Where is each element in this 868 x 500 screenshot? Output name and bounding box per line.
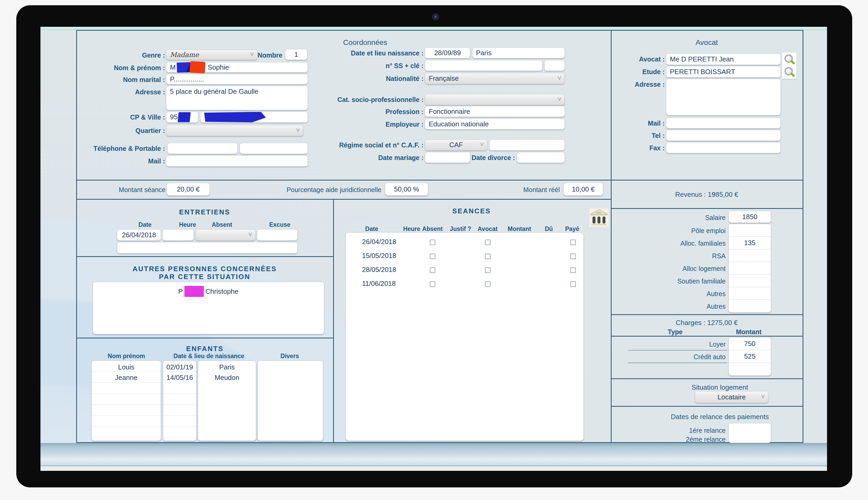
entretien-excuse-input[interactable] <box>257 229 298 241</box>
avocat-tel-input[interactable] <box>666 130 781 141</box>
entretiens-title: ENTRETIENS <box>152 207 257 216</box>
divider <box>802 30 803 443</box>
enfants-divers-list[interactable] <box>258 361 323 441</box>
date-divorce-input[interactable] <box>517 152 565 163</box>
charge-montant-input[interactable] <box>729 363 771 375</box>
enfants-date-list[interactable] <box>163 361 196 441</box>
search-icon[interactable] <box>782 53 796 66</box>
revenus-inputs-stack[interactable]: 135 <box>729 224 771 312</box>
search-icon[interactable] <box>782 65 796 79</box>
revenu-salaire-input[interactable]: 1850 <box>729 211 771 223</box>
entretiens-col-date: Date <box>127 221 163 229</box>
ss-input[interactable] <box>425 60 542 71</box>
avocat-adresse-input[interactable] <box>666 79 781 115</box>
revenu-autres-input[interactable] <box>729 287 771 300</box>
cat-socio-select[interactable]: ˅ <box>425 94 565 105</box>
avocat-fax-input[interactable] <box>666 142 781 153</box>
profession-input[interactable]: Fonctionnaire <box>425 106 565 117</box>
mail-input[interactable] <box>166 155 308 167</box>
nom-prenom-input[interactable]: M Sophie <box>166 62 308 72</box>
portable-input[interactable] <box>240 143 308 154</box>
nombre-input[interactable]: 1 <box>285 49 307 60</box>
enfants-nom-list[interactable] <box>91 361 161 441</box>
charges-montant-stack[interactable]: 750 525 <box>729 337 771 376</box>
revenu-alloc-familiales-input[interactable]: 135 <box>729 237 771 249</box>
enfants-lieu-list[interactable] <box>198 361 256 441</box>
autres-personnes-title-1: AUTRES PERSONNES CONCERNÉES <box>113 264 297 273</box>
checkbox-paye[interactable] <box>570 281 576 287</box>
montant-reel-label: Montant réél <box>512 184 560 195</box>
montant-seance-input[interactable]: 20,00 € <box>167 183 210 196</box>
seances-table[interactable] <box>345 232 584 441</box>
regime-select[interactable]: CAF ˅ <box>425 139 487 150</box>
seances-col-date: Date <box>353 225 390 233</box>
avocat-value: Me D PERETTI Jean <box>670 55 734 63</box>
adresse-input[interactable]: 5 place du général De Gaulle <box>166 86 308 110</box>
ville-input[interactable] <box>200 111 308 123</box>
date-mariage-input[interactable] <box>425 152 470 163</box>
caf-number-input[interactable] <box>489 139 565 150</box>
revenu-alloc-logement-input[interactable] <box>729 262 771 275</box>
entretien-heure-input[interactable] <box>162 229 194 241</box>
coordonnees-title: Coordonnées <box>326 38 404 47</box>
employeur-input[interactable]: Education nationale <box>425 118 565 129</box>
checkbox-avocat[interactable] <box>485 281 491 287</box>
charge-montant-input[interactable]: 525 <box>729 350 771 363</box>
revenu-pole-emploi-input[interactable] <box>729 224 771 237</box>
checkbox-absent[interactable] <box>430 240 435 245</box>
regime-value: CAF <box>449 141 463 149</box>
revenu-label: Pôle emploi <box>644 225 726 236</box>
checkbox-avocat[interactable] <box>485 253 491 259</box>
revenu-soutien-familiale-input[interactable] <box>729 275 771 287</box>
checkbox-avocat[interactable] <box>485 268 491 273</box>
checkbox-absent[interactable] <box>430 281 435 287</box>
revenu-autres-input[interactable] <box>729 300 771 312</box>
avocat-adresse-label: Adresse : <box>617 79 665 90</box>
revenu-label: RSA <box>644 251 726 261</box>
charge-type: Crédit auto <box>628 352 726 362</box>
montant-reel-value: 10,00 € <box>572 185 595 193</box>
genre-value: Madame <box>170 51 199 59</box>
chevron-down-icon: ˅ <box>296 127 300 134</box>
charge-type-field[interactable] <box>628 363 727 363</box>
enfants-title: ENFANTS <box>139 344 271 353</box>
checkbox-paye[interactable] <box>570 268 576 273</box>
montant-seance-label: Montant séance <box>105 184 165 195</box>
checkbox-avocat[interactable] <box>485 240 491 245</box>
relance-date-input[interactable] <box>729 423 771 443</box>
checkbox-absent[interactable] <box>430 253 435 259</box>
avocat-mail-input[interactable] <box>666 117 781 128</box>
cp-input[interactable]: 95 <box>166 111 198 123</box>
entretien-absent-select[interactable]: ˅ <box>195 229 255 241</box>
lieu-naissance-input[interactable]: Paris <box>472 47 565 58</box>
avocat-input[interactable]: Me D PERETTI Jean <box>666 53 781 65</box>
enfants-col-naissance: Date & lieu de naissance <box>163 352 255 360</box>
entretien-note-input[interactable] <box>117 242 298 253</box>
nom-prenom-label: Nom & prénom : <box>79 62 165 73</box>
telephone-input[interactable] <box>167 143 238 154</box>
nationalite-select[interactable]: Française ˅ <box>425 73 565 84</box>
charge-type-field[interactable] <box>628 350 727 351</box>
etude-input[interactable]: PERETTI BOISSART <box>666 66 781 78</box>
revenu-label: Alloc. familiales <box>644 238 726 249</box>
situation-logement-select[interactable]: Locataire ˅ <box>695 391 768 403</box>
relance-2-label: 2éme relance <box>657 434 726 445</box>
checkbox-paye[interactable] <box>570 240 576 245</box>
redaction-blue <box>204 112 266 123</box>
charge-montant-input[interactable]: 750 <box>729 338 771 350</box>
nom-marital-input[interactable]: P................ <box>166 74 308 84</box>
quartier-select[interactable]: ˅ <box>166 125 304 136</box>
checkbox-absent[interactable] <box>430 268 435 273</box>
bank-icon[interactable]: BANK <box>589 208 609 228</box>
ss-cle-input[interactable] <box>544 60 565 71</box>
montant-reel-input[interactable]: 10,00 € <box>563 183 603 196</box>
telephone-label: Téléphone & Portable : <box>79 143 165 154</box>
checkbox-paye[interactable] <box>570 253 576 259</box>
entretien-date-input[interactable]: 26/04/2018 <box>117 229 161 241</box>
chevron-down-icon: ˅ <box>248 231 252 238</box>
revenu-rsa-input[interactable] <box>729 249 771 262</box>
date-naissance-input[interactable]: 28/09/89 <box>425 47 470 58</box>
divider <box>76 30 803 31</box>
aide-juridictionnelle-input[interactable]: 50,00 % <box>385 183 428 196</box>
ss-label: n° SS + clé : <box>307 60 423 71</box>
